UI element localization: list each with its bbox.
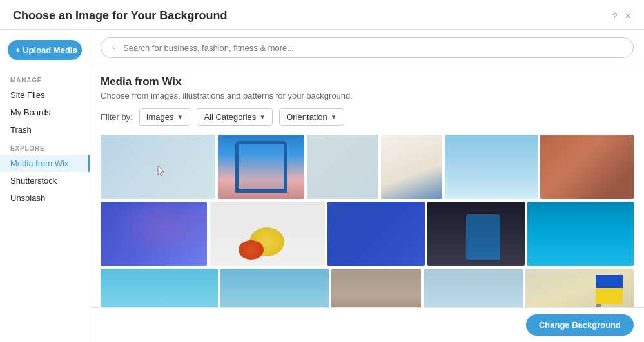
sidebar-item-media-from-wix[interactable]: Media from Wix [0, 155, 90, 172]
main-content: ⚬ Media from Wix Choose from images, ill… [90, 30, 644, 342]
chevron-down-icon: ▼ [177, 113, 183, 120]
image-cell[interactable] [525, 269, 634, 307]
image-cell[interactable] [101, 135, 215, 199]
dialog-header: Choose an Image for Your Background ? × [0, 0, 644, 30]
help-icon[interactable]: ? [612, 11, 618, 21]
search-input[interactable] [123, 43, 624, 53]
sidebar-item-shutterstock[interactable]: Shutterstock [0, 172, 90, 189]
chevron-down-icon: ▼ [259, 113, 266, 120]
chevron-down-icon: ▼ [331, 113, 337, 120]
image-cell[interactable] [218, 135, 304, 199]
image-row-1 [101, 135, 634, 199]
image-cell[interactable] [210, 202, 325, 266]
image-cell[interactable] [307, 135, 378, 199]
decorative-window [235, 141, 287, 193]
sidebar-item-unsplash[interactable]: Unsplash [0, 189, 90, 207]
image-cell[interactable] [445, 135, 538, 199]
image-grid [101, 135, 634, 307]
upload-media-button[interactable]: + Upload Media [8, 40, 82, 60]
filter-images-button[interactable]: Images ▼ [139, 108, 191, 126]
filter-label: Filter by: [101, 112, 133, 122]
dialog-title: Choose an Image for Your Background [13, 9, 227, 23]
image-cell[interactable] [331, 269, 422, 307]
image-row-3 [101, 269, 634, 307]
content-subtitle: Choose from images, illustrations and pa… [101, 91, 634, 100]
close-icon[interactable]: × [625, 10, 631, 22]
dialog-body: + Upload Media MANAGE Site Files My Boar… [0, 30, 644, 342]
content-title: Media from Wix [101, 75, 634, 88]
filter-orientation-button[interactable]: Orientation ▼ [279, 108, 344, 126]
dialog: Choose an Image for Your Background ? × … [0, 0, 644, 342]
cursor-icon [155, 164, 170, 178]
search-icon: ⚬ [110, 43, 118, 53]
image-cell[interactable] [540, 135, 634, 199]
filter-categories-button[interactable]: All Categories ▼ [197, 108, 273, 126]
image-cell[interactable] [220, 269, 329, 307]
image-cell[interactable] [427, 202, 525, 266]
image-cell[interactable] [424, 269, 523, 307]
explore-section-label: EXPLORE [0, 138, 90, 155]
sidebar: + Upload Media MANAGE Site Files My Boar… [0, 30, 90, 342]
image-cell[interactable] [527, 202, 634, 266]
search-bar-wrap: ⚬ [90, 30, 644, 66]
image-cell[interactable] [101, 269, 218, 307]
sidebar-item-trash[interactable]: Trash [0, 121, 90, 138]
image-cell[interactable] [327, 202, 425, 266]
bottom-bar: Change Background [90, 307, 644, 342]
image-row-2 [101, 202, 634, 266]
dialog-controls: ? × [612, 10, 631, 22]
content-area: Media from Wix Choose from images, illus… [90, 66, 644, 307]
filter-row: Filter by: Images ▼ All Categories ▼ Ori… [101, 108, 634, 126]
sidebar-item-my-boards[interactable]: My Boards [0, 104, 90, 121]
manage-section-label: MANAGE [0, 70, 90, 86]
image-cell[interactable] [381, 135, 442, 199]
image-cell[interactable] [101, 202, 207, 266]
search-bar: ⚬ [101, 37, 634, 58]
change-background-button[interactable]: Change Background [526, 314, 634, 336]
sidebar-item-site-files[interactable]: Site Files [0, 86, 90, 104]
